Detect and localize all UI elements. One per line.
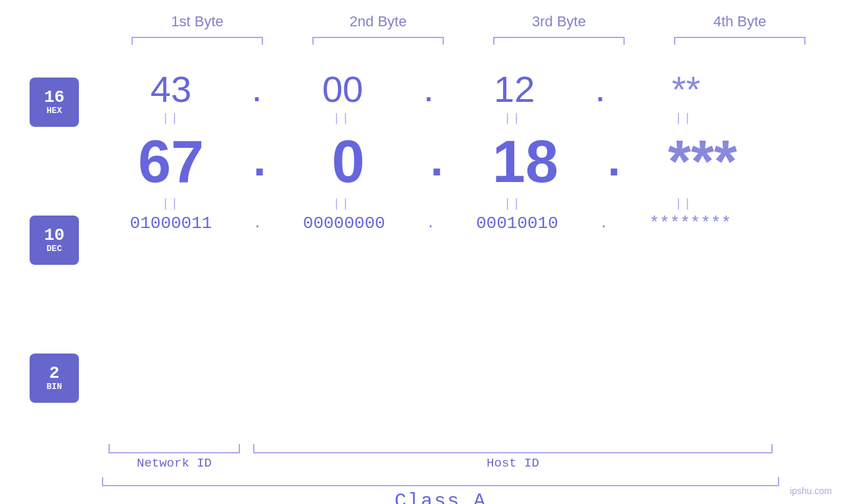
network-id-bracket <box>109 444 240 453</box>
dot-dec-1: . <box>253 133 266 196</box>
bin-b4: ******** <box>649 214 731 233</box>
dec-b1: 67 <box>138 128 204 196</box>
class-label: Class A <box>395 490 487 504</box>
eq2-b1: || <box>162 197 180 210</box>
byte3-header: 3rd Byte <box>480 13 638 30</box>
dot-dec-2: . <box>430 133 443 196</box>
hex-badge-label: HEX <box>47 106 62 116</box>
values-grid: 43 . 00 . 12 . ** || || <box>92 64 781 439</box>
badges-column: 16 HEX 10 DEC 2 BIN <box>30 71 79 439</box>
bottom-labels-area: Network ID Host ID Class A <box>0 444 845 504</box>
dec-badge: 10 DEC <box>30 216 79 265</box>
byte2-header: 2nd Byte <box>299 13 457 30</box>
dot-bin-1: . <box>253 216 262 232</box>
bracket-byte4 <box>674 37 806 45</box>
id-labels-row: Network ID Host ID <box>109 456 845 470</box>
byte4-header: 4th Byte <box>661 13 819 30</box>
bin-badge-label: BIN <box>47 382 62 392</box>
byte1-header: 1st Byte <box>118 13 276 30</box>
hex-b4: ** <box>672 68 701 110</box>
class-bracket <box>102 477 779 486</box>
bin-badge: 2 BIN <box>30 354 79 403</box>
eq2-b2: || <box>333 197 351 210</box>
watermark: ipshu.com <box>790 486 832 496</box>
dec-badge-label: DEC <box>47 244 62 254</box>
hex-b2: 00 <box>322 68 363 110</box>
eq2-b4: || <box>675 197 693 210</box>
bracket-byte2 <box>312 37 444 45</box>
dec-b3: 18 <box>493 128 558 196</box>
host-id-label: Host ID <box>487 456 539 470</box>
hex-b1: 43 <box>151 68 191 110</box>
eq2-b3: || <box>504 197 522 210</box>
network-id-label: Network ID <box>137 456 212 470</box>
bracket-byte3 <box>493 37 625 45</box>
eq1-b3: || <box>504 112 522 125</box>
bin-row: 01000011 . 00000000 . 00010010 . *******… <box>92 214 781 233</box>
dec-badge-number: 10 <box>44 227 64 244</box>
dot-hex-2: . <box>425 78 432 110</box>
top-brackets <box>107 37 831 45</box>
eq1-b2: || <box>333 112 351 125</box>
dot-bin-3: . <box>599 216 608 232</box>
dot-bin-2: . <box>426 216 435 232</box>
sub-brackets-row <box>109 444 845 453</box>
hex-b3: 12 <box>494 68 535 110</box>
host-id-bracket <box>253 444 773 453</box>
dot-hex-1: . <box>253 78 260 110</box>
dot-dec-3: . <box>608 133 620 196</box>
bracket-byte1 <box>132 37 263 45</box>
hex-row: 43 . 00 . 12 . ** <box>92 68 781 110</box>
main-container: 1st Byte 2nd Byte 3rd Byte 4th Byte 16 H… <box>0 0 845 504</box>
equals-row-1: || || || || <box>92 112 781 125</box>
dec-b2: 0 <box>331 128 364 196</box>
bin-b3: 00010010 <box>476 214 558 233</box>
hex-badge: 16 HEX <box>30 78 79 127</box>
eq1-b4: || <box>675 112 693 125</box>
equals-row-2: || || || || <box>92 197 781 210</box>
eq1-b1: || <box>162 112 180 125</box>
byte-headers-row: 1st Byte 2nd Byte 3rd Byte 4th Byte <box>107 13 831 30</box>
dec-row: 67 . 0 . 18 . *** <box>92 128 781 196</box>
hex-badge-number: 16 <box>44 89 64 106</box>
bin-b1: 01000011 <box>130 214 212 233</box>
bin-badge-number: 2 <box>49 365 60 382</box>
bin-b2: 00000000 <box>303 214 385 233</box>
dot-hex-3: . <box>596 78 604 110</box>
dec-b4: *** <box>668 129 737 195</box>
